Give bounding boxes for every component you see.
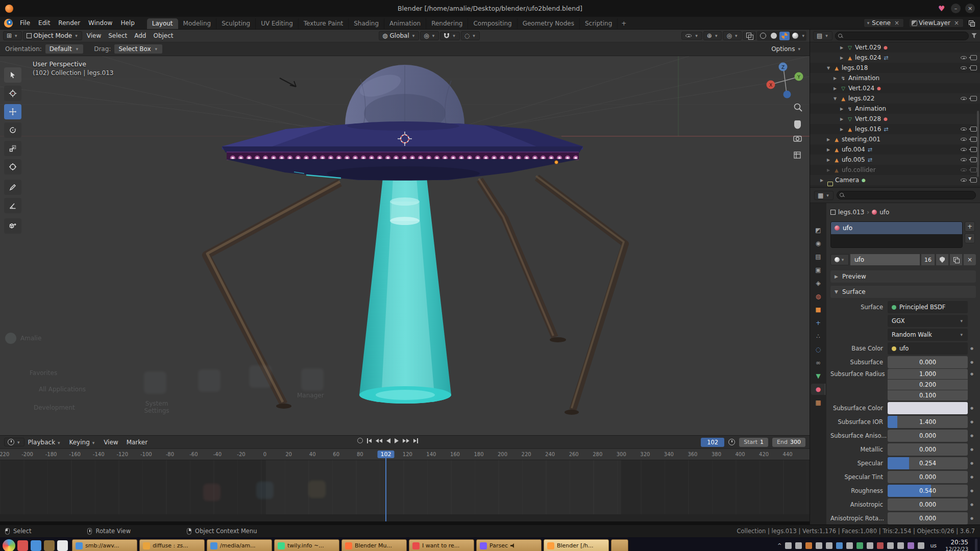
disclosure-icon[interactable]: ▶ [839,45,845,50]
disclosure-icon[interactable]: ▶ [825,158,831,162]
menu-render[interactable]: Render [54,18,84,28]
taskbar-button-i-want-to-re[interactable]: I want to re... [409,539,474,551]
outliner-row-vert-028[interactable]: ▶▽Vert.028● [810,114,980,124]
disclosure-icon[interactable]: ▼ [832,96,838,101]
browse-material-button[interactable]: ▾ [830,254,849,265]
eye-visibility-icon[interactable] [960,177,967,183]
properties-tab-texture[interactable]: ▦ [811,397,825,408]
render-visibility-icon[interactable] [970,127,977,132]
material-slot-empty[interactable] [831,234,962,246]
taskbar-button-blank[interactable] [611,539,628,551]
eye-visibility-icon[interactable] [960,126,967,132]
play-button[interactable] [395,438,399,443]
browse-scene-icon[interactable]: ▾ [866,20,871,26]
outliner-row-legs-016[interactable]: ▶▲legs.016⇄ [810,124,980,134]
value-slider-anisotropic[interactable]: 0.000 [888,498,968,511]
navigation-gizmo[interactable]: X Y Z [760,58,805,165]
clock-widget[interactable]: 20:35 12/22/23 [945,539,968,551]
value-slider-specular-tint[interactable]: 0.000 [888,471,968,483]
jump-to-start-button[interactable] [367,438,372,443]
timeline-ruler[interactable]: -220-200-180-160-140-120-100-80-60-40-20… [0,449,810,460]
viewport-menu-object[interactable]: Object [150,31,177,40]
pinned-app-icon-4[interactable] [57,540,68,551]
viewport-menu-select[interactable]: Select [105,31,131,40]
decorator-dot[interactable]: ● [968,372,976,376]
unlink-material-button[interactable]: × [964,254,976,265]
minimize-button[interactable]: – [951,4,961,13]
properties-tab-physics[interactable]: ◌ [811,344,825,355]
disclosure-icon[interactable]: ▼ [825,66,831,70]
tab-modeling[interactable]: Modeling [178,18,217,29]
outliner-row-animation[interactable]: ▶↯Animation [810,104,980,114]
cursor-tool[interactable] [4,86,21,101]
material-name-field[interactable]: ufo [850,254,920,265]
options-dropdown[interactable]: Options▾ [771,45,804,53]
pinned-app-icon-3[interactable] [44,540,55,551]
tab-rendering[interactable]: Rendering [426,18,468,29]
tray-icon-4[interactable] [816,542,822,549]
material-slot-list[interactable]: ufo [830,221,963,248]
gizmos-toggle[interactable]: ⊕▾ [703,31,722,40]
tab-uv-editing[interactable]: UV Editing [256,18,299,29]
distribution-dropdown[interactable]: GGX ▾ [888,315,968,327]
disclosure-icon[interactable]: ▶ [839,127,845,132]
play-reverse-button[interactable] [386,438,390,443]
pinned-app-icon-1[interactable] [17,540,28,551]
prev-keyframe-button[interactable] [376,439,382,443]
zoom-icon[interactable] [795,104,802,112]
auto-keying-icon[interactable] [357,438,363,443]
properties-search-input[interactable] [837,191,976,199]
menu-help[interactable]: Help [116,18,138,28]
shading-solid-button[interactable] [769,32,779,40]
value-slider-anisotropic-rota[interactable]: 0.000 [888,512,968,524]
move-tool[interactable] [4,104,21,119]
properties-tab-tool[interactable]: ◩ [811,224,825,236]
taskbar-button-media-am[interactable]: /media/am... [207,539,272,551]
disclosure-icon[interactable]: ▶ [825,137,831,142]
decorator-dot[interactable]: ● [968,489,976,493]
material-users-count[interactable]: 16 [921,254,935,265]
value-slider-subsurface-aniso[interactable]: 0.000 [888,430,968,442]
properties-tab-particles[interactable]: ∴ [811,331,825,342]
copy-material-button[interactable] [950,254,962,265]
next-keyframe-button[interactable] [403,439,409,443]
taskbar-button-diffuse-zs[interactable]: diffuse : zs... [139,539,205,551]
camera-view-icon[interactable] [794,136,801,141]
timeline-menu-playback[interactable]: Playback ▾ [24,438,65,447]
properties-tab-view-layer[interactable]: ▣ [811,264,825,276]
disclosure-icon[interactable]: ▶ [825,168,831,172]
add-cube-tool[interactable] [4,218,21,234]
outliner-row-legs-018[interactable]: ▼▲legs.018 [810,63,980,73]
tab-shading[interactable]: Shading [349,18,384,29]
remove-viewlayer-icon[interactable]: × [952,19,961,27]
properties-tab-world[interactable]: ◍ [811,291,825,302]
value-slider-specular[interactable]: 0.254 [888,457,968,469]
render-visibility-icon[interactable] [970,65,977,70]
xray-toggle[interactable] [743,32,756,40]
shading-wireframe-button[interactable] [758,32,768,40]
menu-edit[interactable]: Edit [34,18,54,28]
eye-visibility-icon[interactable] [960,136,967,142]
timeline-menu-marker[interactable]: Marker [123,438,151,447]
frame-start-field[interactable]: Start 1 [739,438,768,447]
new-viewlayer-icon[interactable] [969,20,974,26]
unlink-scene-icon[interactable]: × [892,19,901,27]
decorator-dot[interactable]: ● [968,461,976,465]
tab-texture-paint[interactable]: Texture Paint [299,18,349,29]
perspective-toggle-icon[interactable] [794,152,800,158]
value-slider-subsurface-radius[interactable]: 1.000 [888,369,968,379]
decorator-dot[interactable]: ● [968,406,976,410]
properties-tab-constraints[interactable]: ∞ [811,357,825,368]
tray-expand-icon[interactable]: ^ [777,543,781,548]
outliner-row-ufo-004[interactable]: ▶▲ufo.004⇄ [810,144,980,155]
outliner-row-vert-029[interactable]: ▶▽Vert.029● [810,42,980,53]
outliner-row-legs-024[interactable]: ▶▲legs.024⇄ [810,53,980,63]
outliner-row-camera[interactable]: ▶Camera● [810,175,980,185]
drag-dropdown[interactable]: Select Box▾ [114,44,163,54]
keep-above-icon[interactable]: ♥ [937,4,946,13]
filter-funnel-icon[interactable] [971,33,977,39]
tray-icon-11[interactable] [887,542,894,549]
taskbar-button-twily-info[interactable]: twily.info ~... [274,539,339,551]
timeline-editor-type-button[interactable]: ▾ [4,438,24,446]
app-launcher-icon[interactable] [3,539,15,551]
